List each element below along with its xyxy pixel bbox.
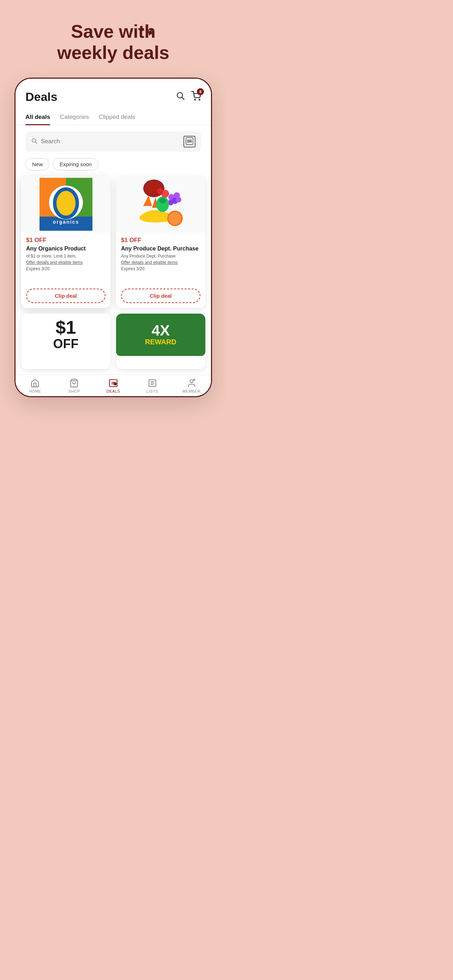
reward-content: 4X REWARD xyxy=(116,313,205,356)
svg-point-33 xyxy=(157,188,163,194)
nav-item-deals[interactable]: DEALS xyxy=(94,379,133,393)
nav-item-lists[interactable]: LISTS xyxy=(133,379,172,393)
deal-desc-organics: of $1 or more. Limit 1 item. xyxy=(26,254,105,259)
deal-card-partial-2[interactable]: 4X REWARD xyxy=(116,313,205,369)
svg-point-41 xyxy=(190,380,193,383)
deals-grid: organics $1 OFF Any Organics Product of … xyxy=(16,176,211,375)
deal-name-produce: Any Produce Dept. Purchase xyxy=(121,245,200,253)
deal-desc-produce: Any Produce Dept. Purchase xyxy=(121,254,200,259)
deal-card-partial-1[interactable]: $1 OFF xyxy=(21,313,110,369)
phone-content: Deals 8 A xyxy=(16,79,211,396)
barcode-icon[interactable] xyxy=(183,136,196,148)
partial-big-off: OFF xyxy=(53,337,79,352)
nav-item-home[interactable]: HOME xyxy=(16,379,55,393)
search-bar-icon xyxy=(31,138,37,146)
nav-label-shop: SHOP xyxy=(68,389,80,393)
svg-point-31 xyxy=(159,198,166,204)
deal-link-produce[interactable]: Offer details and eligible items xyxy=(121,260,200,265)
reward-label: REWARD xyxy=(145,338,176,346)
svg-point-36 xyxy=(114,383,116,385)
lists-icon xyxy=(148,379,157,388)
svg-line-5 xyxy=(35,142,37,143)
phone-frame: Deals 8 A xyxy=(14,78,212,397)
nav-label-home: HOME xyxy=(29,389,41,393)
nav-item-shop[interactable]: SHOP xyxy=(55,379,94,393)
svg-marker-26 xyxy=(143,196,152,206)
organics-logo: organics xyxy=(40,178,92,231)
deal-discount-produce: $1 OFF xyxy=(121,237,200,244)
svg-text:organics: organics xyxy=(52,219,79,225)
chip-expiring-soon[interactable]: Expiring soon xyxy=(53,158,99,170)
home-icon xyxy=(30,379,40,388)
cart-button[interactable]: 8 xyxy=(191,91,201,102)
deal-body-organics: $1 OFF Any Organics Product of $1 or mor… xyxy=(21,232,110,308)
search-bar[interactable] xyxy=(25,132,201,152)
member-icon xyxy=(187,379,196,388)
shop-icon xyxy=(70,379,79,388)
search-icon-button[interactable] xyxy=(176,91,185,102)
tab-all-deals[interactable]: All deals xyxy=(25,109,50,125)
partial-big-price: $1 xyxy=(53,318,79,337)
header-icons: 8 xyxy=(176,91,201,102)
partial-price-content: $1 OFF xyxy=(21,313,110,356)
svg-point-23 xyxy=(176,197,181,202)
deal-card-organics[interactable]: organics $1 OFF Any Organics Product of … xyxy=(21,176,110,308)
bottom-nav: HOME SHOP DEALS xyxy=(16,375,211,396)
chip-new[interactable]: New xyxy=(25,158,49,170)
svg-point-29 xyxy=(168,212,181,225)
deal-link-organics[interactable]: Offer details and eligible items xyxy=(26,260,105,265)
cart-badge: 8 xyxy=(197,88,204,95)
deals-icon xyxy=(109,379,118,388)
deal-name-organics: Any Organics Product xyxy=(26,245,105,253)
nav-label-member: MEMBER xyxy=(183,389,200,393)
page-title: Deals xyxy=(25,90,57,104)
svg-point-2 xyxy=(194,99,195,100)
deal-discount-organics: $1 OFF xyxy=(26,237,105,244)
clip-deal-button-organics[interactable]: Clip deal xyxy=(26,289,105,303)
deal-expires-organics: Expires 3/20 xyxy=(26,266,105,271)
tabs-bar: All deals Categories Clipped deals xyxy=(16,109,211,125)
app-header: Deals 8 xyxy=(16,79,211,109)
search-input[interactable] xyxy=(41,138,180,145)
produce-image-area xyxy=(116,176,205,232)
nav-label-deals: DEALS xyxy=(106,389,120,393)
deal-body-produce: $1 OFF Any Produce Dept. Purchase Any Pr… xyxy=(116,232,205,308)
organics-image-area: organics xyxy=(21,176,110,232)
reward-multiplier: 4X xyxy=(145,323,176,338)
deal-expires-produce: Expires 3/20 xyxy=(121,266,200,271)
svg-line-1 xyxy=(182,97,184,99)
deal-card-produce[interactable]: $1 OFF Any Produce Dept. Purchase Any Pr… xyxy=(116,176,205,308)
produce-image xyxy=(133,178,189,231)
nav-item-member[interactable]: MEMBER xyxy=(172,379,211,393)
clip-deal-button-produce[interactable]: Clip deal xyxy=(121,289,200,303)
tab-categories[interactable]: Categories xyxy=(60,109,89,125)
nav-label-lists: LISTS xyxy=(146,389,158,393)
filter-chips: New Expiring soon xyxy=(16,158,211,176)
tab-clipped-deals[interactable]: Clipped deals xyxy=(99,109,135,125)
svg-point-3 xyxy=(199,99,200,100)
hero-section: Save withweekly deals ✦✦ xyxy=(43,0,183,78)
